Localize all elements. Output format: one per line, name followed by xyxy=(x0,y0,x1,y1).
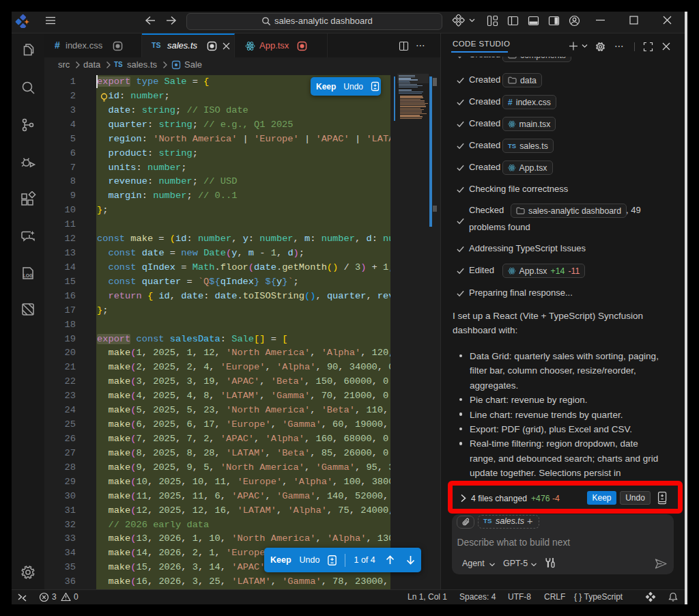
svg-text:LOG: LOG xyxy=(23,273,33,278)
